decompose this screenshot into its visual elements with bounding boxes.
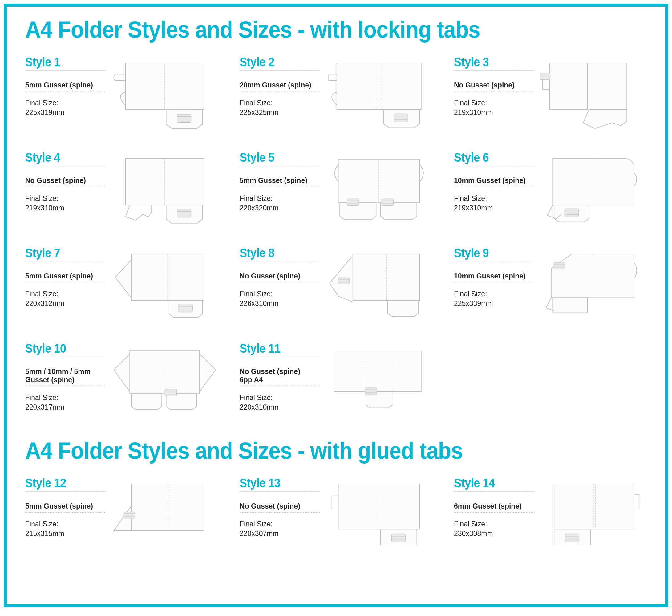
style-item: Style 125mm Gusset (spine)Final Size: 21… [25,476,218,553]
style-item: Style 3No Gusset (spine)Final Size: 219x… [454,55,647,132]
style-name: Style 1 [25,55,105,71]
gusset-spec: No Gusset (spine) [454,81,534,91]
style-name: Style 8 [240,246,320,261]
dieline-diagram [323,342,432,419]
dieline-diagram [108,151,218,228]
gusset-spec: 10mm Gusset (spine) [454,272,534,282]
style-name: Style 3 [454,55,534,71]
style-name: Style 10 [25,342,105,357]
gusset-spec: No Gusset (spine) [25,176,105,187]
style-item: Style 220mm Gusset (spine)Final Size: 22… [240,55,432,132]
style-name: Style 4 [25,151,105,166]
style-item: Style 910mm Gusset (spine)Final Size: 22… [454,246,647,323]
final-size: Final Size: 225x325mm [240,98,320,117]
dieline-diagram [537,476,647,553]
final-size: Final Size: 230x308mm [454,519,534,538]
dieline-diagram [323,246,432,323]
gusset-spec: 5mm Gusset (spine) [25,502,105,513]
gusset-spec: No Gusset (spine) 6pp A4 [240,367,320,386]
dieline-diagram [323,476,432,553]
dieline-diagram [537,151,647,228]
dieline-diagram [108,476,218,553]
style-item: Style 11No Gusset (spine) 6pp A4Final Si… [240,342,432,419]
dieline-diagram [323,151,432,228]
style-name: Style 7 [25,246,105,261]
gusset-spec: 20mm Gusset (spine) [240,81,320,91]
gusset-spec: No Gusset (spine) [240,272,320,282]
final-size: Final Size: 220x312mm [25,289,105,308]
style-name: Style 9 [454,246,534,261]
dieline-diagram [323,55,432,132]
style-name: Style 2 [240,55,320,71]
style-item: Style 15mm Gusset (spine)Final Size: 225… [25,55,218,132]
final-size: Final Size: 215x315mm [25,519,105,538]
section-heading: A4 Folder Styles and Sizes - with glued … [25,437,597,464]
style-name: Style 14 [454,476,534,492]
final-size: Final Size: 219x310mm [25,194,105,213]
style-item: Style 75mm Gusset (spine)Final Size: 220… [25,246,218,323]
final-size: Final Size: 219x310mm [454,194,534,213]
style-item: Style 105mm / 10mm / 5mm Gusset (spine)F… [25,342,218,419]
section-heading: A4 Folder Styles and Sizes - with lockin… [25,16,597,43]
style-item: Style 13No Gusset (spine)Final Size: 220… [240,476,432,553]
final-size: Final Size: 220x320mm [240,194,320,213]
final-size: Final Size: 219x310mm [454,98,534,117]
style-item: Style 8No Gusset (spine)Final Size: 226x… [240,246,432,323]
spec-sheet: A4 Folder Styles and Sizes - with lockin… [4,4,668,607]
dieline-diagram [108,342,218,419]
style-item: Style 55mm Gusset (spine)Final Size: 220… [240,151,432,228]
gusset-spec: 5mm Gusset (spine) [25,81,105,91]
dieline-diagram [537,246,647,323]
final-size: Final Size: 220x307mm [240,519,320,538]
gusset-spec: 5mm / 10mm / 5mm Gusset (spine) [25,367,105,386]
dieline-diagram [108,246,218,323]
style-item: Style 610mm Gusset (spine)Final Size: 21… [454,151,647,228]
style-name: Style 13 [240,476,320,492]
style-item: Style 146mm Gusset (spine)Final Size: 23… [454,476,647,553]
final-size: Final Size: 225x319mm [25,98,105,117]
gusset-spec: No Gusset (spine) [240,502,320,513]
gusset-spec: 6mm Gusset (spine) [454,502,534,513]
style-name: Style 12 [25,476,105,492]
gusset-spec: 5mm Gusset (spine) [25,272,105,282]
style-name: Style 5 [240,151,320,166]
dieline-diagram [108,55,218,132]
style-grid: Style 15mm Gusset (spine)Final Size: 225… [25,55,647,419]
final-size: Final Size: 226x310mm [240,289,320,308]
final-size: Final Size: 220x310mm [240,393,320,412]
style-grid: Style 125mm Gusset (spine)Final Size: 21… [25,476,647,553]
gusset-spec: 10mm Gusset (spine) [454,176,534,187]
final-size: Final Size: 220x317mm [25,393,105,412]
style-name: Style 6 [454,151,534,166]
final-size: Final Size: 225x339mm [454,289,534,308]
style-name: Style 11 [240,342,320,357]
dieline-diagram [537,55,647,132]
gusset-spec: 5mm Gusset (spine) [240,176,320,187]
style-item: Style 4No Gusset (spine)Final Size: 219x… [25,151,218,228]
